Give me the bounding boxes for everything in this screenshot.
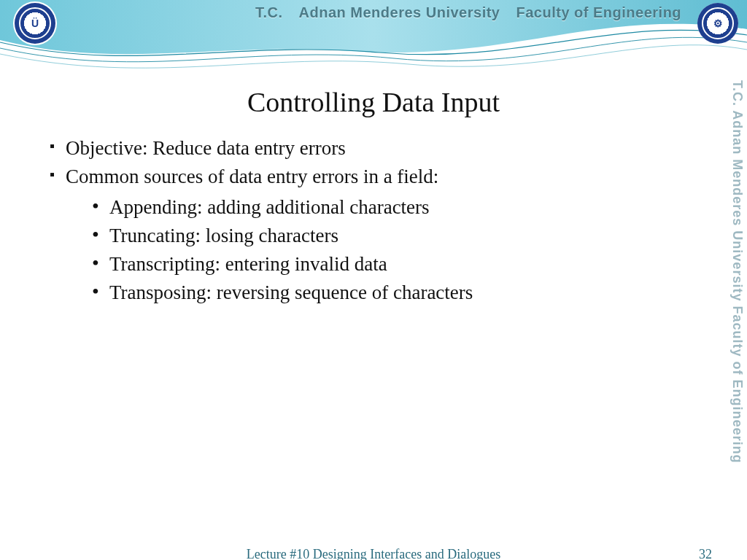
university-logo-left: Ü xyxy=(13,1,57,45)
faculty-logo-right: ⚙ xyxy=(697,3,738,44)
bullet-text: Common sources of data entry errors in a… xyxy=(66,166,438,187)
sub-bullet-text: Transcripting: entering invalid data xyxy=(109,253,387,275)
side-watermark: T.C. Adnan Menderes University Faculty o… xyxy=(728,80,746,547)
header-university: Adnan Menderes University xyxy=(299,4,500,20)
list-item: Transcripting: entering invalid data xyxy=(92,251,703,278)
slide-body: Objective: Reduce data entry errors Comm… xyxy=(50,135,703,308)
side-watermark-text: T.C. Adnan Menderes University Faculty o… xyxy=(729,80,745,463)
slide-title: Controlling Data Input xyxy=(0,86,747,118)
list-item: Truncating: losing characters xyxy=(92,222,703,249)
sub-bullet-text: Transposing: reversing sequence of chara… xyxy=(109,281,473,303)
list-item: Common sources of data entry errors in a… xyxy=(50,163,703,306)
header-tc: T.C. xyxy=(255,4,283,20)
list-item: Objective: Reduce data entry errors xyxy=(50,135,703,162)
seal-initial: ⚙ xyxy=(711,16,725,31)
seal-icon: Ü xyxy=(15,3,55,44)
seal-icon: ⚙ xyxy=(697,3,738,44)
sub-bullet-list: Appending: adding additional characters … xyxy=(92,194,703,307)
seal-initial: Ü xyxy=(28,16,42,31)
header-faculty: Faculty of Engineering xyxy=(516,4,681,20)
sub-bullet-text: Appending: adding additional characters xyxy=(109,196,430,218)
footer-page-number: 32 xyxy=(699,547,712,560)
list-item: Transposing: reversing sequence of chara… xyxy=(92,279,703,306)
footer-lecture: Lecture #10 Designing Interfaces and Dia… xyxy=(0,547,747,560)
list-item: Appending: adding additional characters xyxy=(92,194,703,221)
bullet-list: Objective: Reduce data entry errors Comm… xyxy=(50,135,703,307)
bullet-text: Objective: Reduce data entry errors xyxy=(66,137,346,159)
sub-bullet-text: Truncating: losing characters xyxy=(109,225,338,246)
slide: T.C.Adnan Menderes UniversityFaculty of … xyxy=(0,0,747,560)
header-text: T.C.Adnan Menderes UniversityFaculty of … xyxy=(255,4,689,21)
